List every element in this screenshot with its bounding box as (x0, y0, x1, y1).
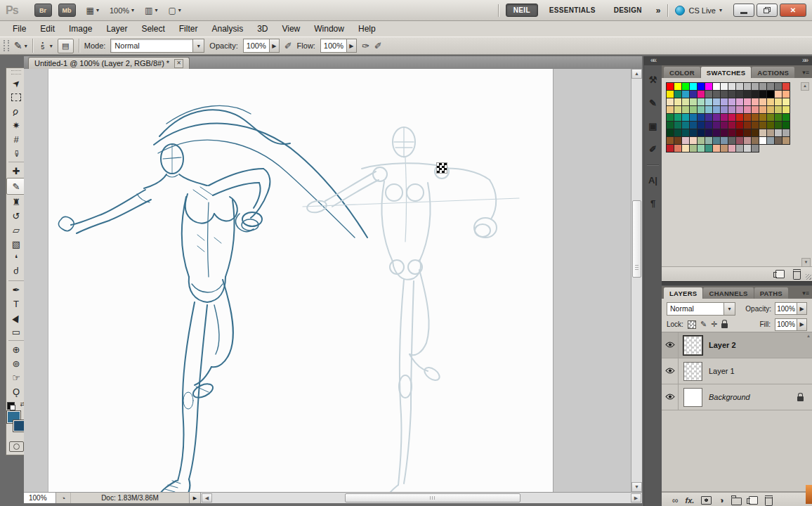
screen-mode-dropdown[interactable]: ▢ ▾ (168, 6, 181, 15)
panel-grip-icon[interactable] (11, 70, 21, 74)
restore-button[interactable] (757, 4, 778, 17)
zoom-level-dropdown[interactable]: 100% ▾ (110, 6, 134, 15)
character-panel-icon[interactable]: A| (644, 171, 662, 189)
layer-blend-mode-select[interactable]: Normal ▾ (667, 302, 735, 316)
view-extras-dropdown[interactable]: ▦ ▾ (86, 6, 99, 15)
menu-help[interactable]: Help (351, 22, 383, 36)
3d-object-rotate-tool[interactable]: ⊕ (8, 342, 25, 356)
status-flyout-button[interactable]: ▶ (190, 493, 201, 503)
paragraph-panel-icon[interactable]: ¶ (644, 195, 662, 212)
link-layers-icon[interactable]: ∞ (672, 495, 679, 505)
layer-row-background[interactable]: Background (662, 384, 812, 410)
tablet-pressure-opacity-icon[interactable]: ✐ (284, 41, 292, 51)
close-document-icon[interactable]: ✕ (174, 59, 183, 68)
3d-camera-rotate-tool[interactable]: ⊚ (8, 356, 25, 370)
add-layer-mask-icon[interactable] (701, 496, 712, 505)
brush-panel-icon[interactable]: ✎ (644, 94, 662, 112)
menu-view[interactable]: View (275, 22, 307, 36)
horizontal-scrollbar[interactable]: ◀ ▶ (201, 493, 642, 503)
menu-window[interactable]: Window (307, 22, 351, 36)
layer-opacity-field[interactable]: 100% ▶ (775, 302, 807, 315)
resize-grip-icon[interactable] (806, 274, 811, 280)
clone-stamp-tool[interactable]: ♜ (8, 195, 25, 209)
workspace-button-essentials[interactable]: ESSENTIALS (542, 4, 603, 16)
minimize-button[interactable] (733, 4, 754, 17)
cs-live-dropdown[interactable]: CS Live ▾ (675, 6, 722, 15)
quick-selection-tool[interactable]: ✷ (8, 118, 25, 132)
eraser-tool[interactable]: ▱ (8, 223, 25, 237)
scroll-up-arrow[interactable]: ▲ (631, 69, 642, 79)
lock-position-icon[interactable]: ✛ (711, 320, 717, 329)
layer-opacity-slider-button[interactable]: ▶ (797, 303, 806, 314)
default-colors-icon[interactable] (7, 402, 15, 410)
layer-row-layer-2[interactable]: Layer 2 (662, 332, 812, 358)
tablet-pressure-size-icon[interactable]: ✐ (374, 41, 382, 51)
menu-filter[interactable]: Filter (172, 22, 205, 36)
path-selection-tool[interactable]: ▶ (8, 311, 25, 325)
opacity-field[interactable]: 100% ▶ (243, 39, 280, 53)
brush-preset-picker[interactable]: • 5 ▾ (38, 41, 53, 51)
workspace-button-neil[interactable]: NEIL (506, 4, 538, 17)
airbrush-toggle-icon[interactable]: ✑ (362, 41, 369, 51)
menu-3d[interactable]: 3D (250, 22, 275, 36)
layer-row-layer-1[interactable]: Layer 1 (662, 358, 812, 384)
layer-visibility-toggle[interactable] (662, 358, 679, 384)
panel-menu-icon[interactable]: ▾≡ (802, 290, 809, 297)
scroll-left-arrow[interactable]: ◀ (202, 493, 212, 502)
crop-tool[interactable]: # (8, 132, 25, 146)
layer-thumbnail[interactable] (683, 362, 702, 381)
expand-dock-button[interactable]: »» (662, 56, 812, 65)
layer-visibility-toggle[interactable] (662, 384, 679, 410)
tab-paths[interactable]: PATHS (754, 287, 788, 299)
rounded-rectangle-tool[interactable]: ▭ (8, 325, 25, 339)
blur-tool[interactable]: ❛ (8, 251, 25, 265)
tab-swatches[interactable]: SWATCHES (701, 67, 752, 78)
layers-scroll-up-arrow[interactable]: ▲ (806, 334, 811, 338)
layer-thumbnail[interactable] (683, 388, 702, 407)
tool-presets-icon[interactable]: ⚒ (644, 71, 662, 89)
menu-edit[interactable]: Edit (33, 22, 62, 36)
menu-select[interactable]: Select (134, 22, 171, 36)
workspace-button-design[interactable]: DESIGN (607, 4, 649, 16)
blend-mode-select[interactable]: Normal ▾ (110, 39, 204, 53)
toggle-brush-panel-button[interactable]: ▤ (58, 39, 74, 53)
tab-actions[interactable]: ACTIONS (752, 67, 794, 78)
delete-swatch-icon[interactable] (793, 269, 801, 280)
panel-menu-icon[interactable]: ▾≡ (802, 69, 809, 76)
dodge-tool[interactable]: ρ (8, 265, 25, 279)
swatch-scroll-up-arrow[interactable]: ▲ (801, 82, 809, 91)
arrange-documents-dropdown[interactable]: ▥ ▾ (145, 6, 157, 15)
history-brush-tool[interactable]: ↺ (8, 209, 25, 223)
spot-healing-brush-tool[interactable]: ✚ (8, 164, 25, 178)
lock-paint-icon[interactable]: ✎ (700, 320, 707, 329)
delete-layer-icon[interactable] (765, 495, 773, 506)
new-layer-icon[interactable] (749, 496, 758, 505)
hand-tool[interactable]: ☞ (8, 370, 25, 384)
zoom-tool[interactable]: Ǫ (8, 384, 25, 398)
layer-fill-slider-button[interactable]: ▶ (797, 319, 806, 330)
vertical-scrollbar[interactable]: ▲ ▼ (631, 69, 642, 492)
tab-layers[interactable]: LAYERS (664, 287, 702, 299)
launch-bridge-button[interactable]: Br (34, 4, 52, 17)
opacity-slider-button[interactable]: ▶ (269, 39, 279, 52)
document-tab[interactable]: Untitled-1 @ 100% (Layer 2, RGB/8#) * ✕ (28, 57, 190, 69)
collapse-dock-button[interactable]: «« (644, 56, 662, 65)
vertical-scroll-thumb[interactable] (632, 200, 641, 278)
flow-field[interactable]: 100% ▶ (320, 39, 357, 53)
move-tool[interactable]: ➤ (8, 76, 25, 90)
menu-file[interactable]: File (6, 22, 33, 36)
lock-transparent-pixels-icon[interactable] (688, 320, 696, 329)
horizontal-scroll-thumb[interactable] (345, 493, 520, 502)
scroll-down-arrow[interactable]: ▼ (631, 482, 642, 492)
layer-style-icon[interactable]: fx. (686, 496, 695, 505)
menu-image[interactable]: Image (62, 22, 99, 36)
new-group-icon[interactable] (731, 498, 742, 505)
rectangular-marquee-tool[interactable] (8, 90, 25, 104)
brush-tool[interactable]: ✎ (6, 178, 26, 195)
close-button[interactable]: ✕ (780, 4, 806, 17)
canvas[interactable] (48, 69, 554, 492)
swatch-scroll-down-arrow[interactable]: ▼ (801, 258, 811, 267)
pen-tool[interactable]: ✒ (8, 283, 25, 297)
quick-mask-mode-button[interactable] (9, 441, 24, 452)
lock-all-icon[interactable] (721, 323, 728, 328)
